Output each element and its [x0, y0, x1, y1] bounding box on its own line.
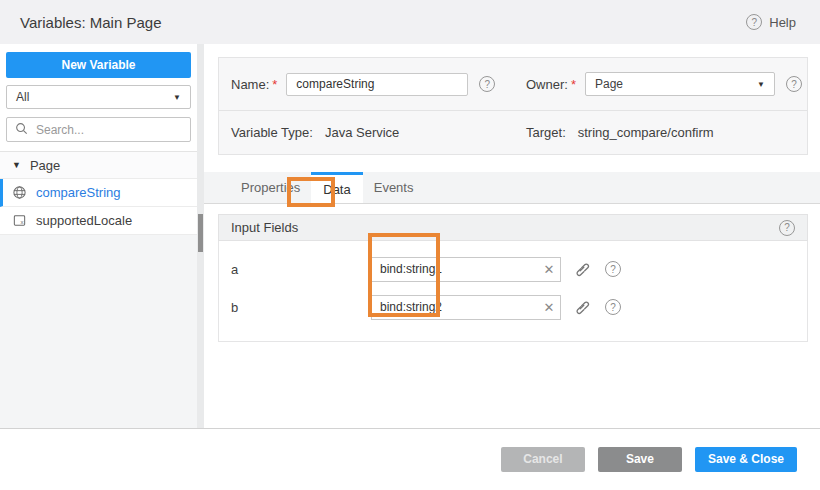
- cancel-button[interactable]: Cancel: [501, 447, 585, 472]
- target-value: string_compare/confirm: [578, 125, 714, 140]
- name-input[interactable]: [286, 73, 468, 96]
- field-b-help-icon[interactable]: ?: [605, 299, 621, 315]
- tab-data[interactable]: Data: [311, 172, 362, 203]
- save-and-close-button[interactable]: Save & Close: [695, 447, 797, 472]
- service-globe-icon: [12, 185, 27, 200]
- input-fields-help-icon[interactable]: ?: [779, 220, 795, 236]
- tree-item-label: compareString: [36, 185, 121, 200]
- page-title: Variables: Main Page: [20, 14, 161, 31]
- collapse-triangle-icon: ▼: [12, 160, 21, 170]
- field-a-input[interactable]: [372, 262, 538, 276]
- name-owner-row: Name: * ? Owner: * Page ▼ ?: [219, 58, 807, 110]
- content-row: New Variable All ▼ ▼ Page compare: [0, 44, 820, 429]
- target-label: Target:: [526, 125, 566, 140]
- tree-item-supportedlocale[interactable]: x supportedLocale: [0, 207, 197, 235]
- name-field-group: Name: * ?: [231, 73, 526, 96]
- field-b-input[interactable]: [372, 300, 538, 314]
- owner-help-icon[interactable]: ?: [786, 76, 802, 92]
- field-b-input-wrap: ✕: [371, 295, 561, 320]
- variables-sidebar: New Variable All ▼ ▼ Page compare: [0, 44, 197, 428]
- detail-tabs: Properties Data Events: [204, 172, 820, 204]
- input-field-row-a: a ✕ ?: [219, 250, 807, 288]
- field-a-input-wrap: ✕: [371, 257, 561, 282]
- search-input[interactable]: [36, 123, 182, 137]
- owner-label: Owner:: [526, 77, 568, 92]
- tree-group-page[interactable]: ▼ Page: [0, 151, 197, 179]
- field-label: b: [231, 300, 371, 315]
- chevron-down-icon: ▼: [173, 93, 181, 102]
- type-target-row: Variable Type: Java Service Target: stri…: [219, 110, 807, 154]
- sidebar-filler: [0, 235, 197, 428]
- input-fields-header: Input Fields ?: [218, 214, 808, 241]
- variable-search[interactable]: [6, 117, 191, 142]
- tree-item-label: supportedLocale: [36, 213, 132, 228]
- chevron-down-icon: ▼: [757, 80, 765, 89]
- bind-link-icon[interactable]: [574, 261, 590, 277]
- sidebar-scrollbar[interactable]: [197, 44, 204, 428]
- variable-filter-dropdown[interactable]: All ▼: [6, 85, 191, 109]
- variable-type-group: Variable Type: Java Service: [231, 125, 526, 140]
- search-icon: [15, 122, 30, 137]
- name-help-icon[interactable]: ?: [479, 76, 495, 92]
- help-button[interactable]: ? Help: [746, 14, 796, 30]
- input-fields-section: Input Fields ? a ✕ ? b: [218, 214, 808, 342]
- clear-icon[interactable]: ✕: [538, 300, 560, 315]
- new-variable-button[interactable]: New Variable: [6, 52, 191, 78]
- input-fields-title: Input Fields: [231, 220, 298, 235]
- owner-value: Page: [595, 77, 623, 91]
- tab-events[interactable]: Events: [363, 172, 425, 203]
- required-asterisk: *: [272, 77, 277, 92]
- variable-icon: x: [12, 213, 27, 228]
- help-icon: ?: [746, 14, 762, 30]
- name-label: Name:: [231, 77, 269, 92]
- action-footer: Cancel Save Save & Close: [0, 429, 820, 489]
- input-fields-body: a ✕ ? b ✕: [218, 241, 808, 342]
- variable-summary-form: Name: * ? Owner: * Page ▼ ? Varia: [218, 57, 808, 155]
- svg-text:x: x: [20, 218, 23, 225]
- clear-icon[interactable]: ✕: [538, 262, 560, 277]
- owner-field-group: Owner: * Page ▼ ?: [526, 72, 802, 96]
- sidebar-controls: New Variable All ▼: [0, 44, 197, 151]
- required-asterisk: *: [571, 77, 576, 92]
- save-button[interactable]: Save: [598, 447, 682, 472]
- variable-detail-panel: Name: * ? Owner: * Page ▼ ? Varia: [204, 44, 820, 428]
- scrollbar-thumb[interactable]: [198, 214, 203, 252]
- bind-link-icon[interactable]: [574, 299, 590, 315]
- field-label: a: [231, 262, 371, 277]
- tree-item-comparestring[interactable]: compareString: [0, 179, 197, 207]
- page-header: Variables: Main Page ? Help: [0, 0, 820, 44]
- variable-type-label: Variable Type:: [231, 125, 313, 140]
- field-a-help-icon[interactable]: ?: [605, 261, 621, 277]
- variable-type-value: Java Service: [325, 125, 399, 140]
- help-label: Help: [769, 15, 796, 30]
- tab-properties[interactable]: Properties: [230, 172, 311, 203]
- variable-filter-value: All: [16, 90, 29, 104]
- owner-dropdown[interactable]: Page ▼: [585, 72, 775, 96]
- target-group: Target: string_compare/confirm: [526, 125, 795, 140]
- tree-group-label: Page: [30, 158, 60, 173]
- input-field-row-b: b ✕ ?: [219, 288, 807, 326]
- variables-tree: ▼ Page compareString x supportedLocale: [0, 151, 197, 235]
